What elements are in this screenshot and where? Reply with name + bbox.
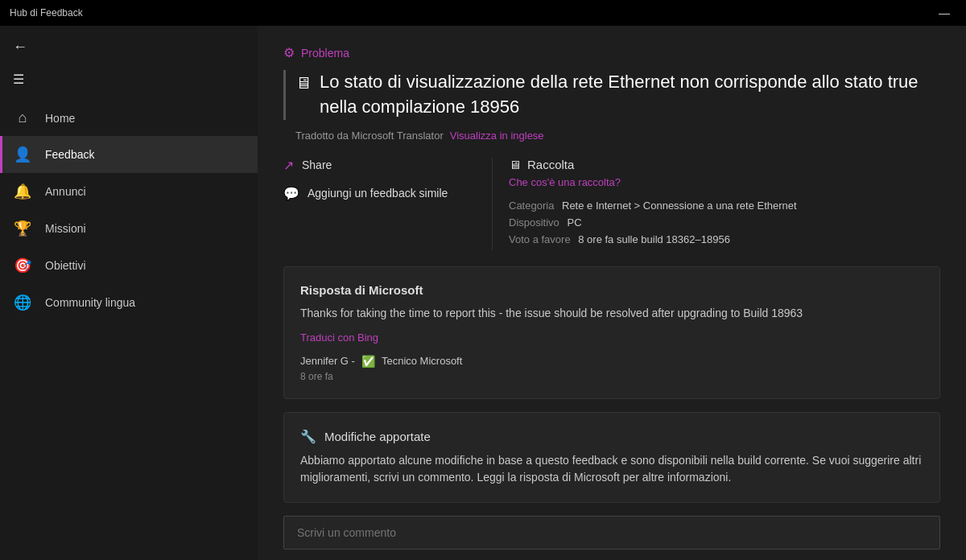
add-feedback-label: Aggiungi un feedback simile (308, 187, 448, 200)
info-row-device: Dispositivo PC (509, 216, 940, 229)
title-bar-controls: — (932, 6, 956, 19)
hamburger-button[interactable]: ☰ (0, 65, 258, 100)
share-button[interactable]: ↗ Share (283, 158, 332, 173)
sidebar-label-annunci: Annunci (45, 185, 86, 198)
changes-title: Modifiche apportate (324, 430, 431, 443)
changes-card: 🔧 Modifiche apportate Abbiamo apportato … (283, 412, 940, 503)
problem-label: ⚙ Problema (283, 45, 940, 60)
raccolta-header: 🖥 Raccolta (509, 158, 940, 171)
translated-by: Tradotto da Microsoft Translator (295, 130, 444, 142)
sidebar-label-obiettivi: Obiettivi (45, 259, 86, 272)
back-icon: ← (13, 39, 27, 55)
category-label: Categoria (509, 200, 554, 212)
device-label: Dispositivo (509, 216, 559, 229)
info-row-category: Categoria Rete e Internet > Connessione … (509, 200, 940, 212)
title-icon: 🖥 (295, 72, 312, 94)
comment-input[interactable] (283, 516, 940, 550)
two-col-layout: ↗ Share 💬 Aggiungi un feedback simile 🖥 … (283, 158, 940, 250)
vote-value: 8 ore fa sulle build 18362–18956 (578, 233, 730, 245)
problem-icon: ⚙ (283, 45, 295, 60)
title-bar: Hub di Feedback — (0, 0, 966, 26)
bing-translate-link[interactable]: Traduci con Bing (300, 331, 923, 344)
page-title: Lo stato di visualizzazione della rete E… (320, 70, 940, 120)
sidebar-label-missioni: Missioni (45, 222, 86, 235)
translated-bar: Tradotto da Microsoft Translator Visuali… (295, 130, 940, 142)
obiettivi-icon: 🎯 (13, 257, 32, 274)
sidebar-item-home[interactable]: ⌂ Home (0, 100, 258, 136)
sidebar: ← ☰ ⌂ Home 👤 Feedback 🔔 Annunci 🏆 Missio… (0, 26, 258, 560)
feedback-icon: 👤 (13, 146, 32, 163)
sidebar-label-feedback: Feedback (45, 148, 94, 161)
missioni-icon: 🏆 (13, 220, 32, 237)
changes-header: 🔧 Modifiche apportate (300, 429, 923, 444)
raccolta-what-is-link[interactable]: Che cos'è una raccolta? (509, 176, 940, 188)
actions-column: ↗ Share 💬 Aggiungi un feedback simile (283, 158, 493, 250)
changes-text: Abbiamo apportato alcune modifiche in ba… (300, 452, 923, 486)
changes-icon: 🔧 (300, 429, 316, 444)
author-row: Jennifer G - ✅ Tecnico Microsoft (300, 355, 923, 368)
sidebar-label-home: Home (45, 112, 75, 125)
sidebar-item-annunci[interactable]: 🔔 Annunci (0, 173, 258, 210)
no-comments-text: Nessuno ha ancora inserito commenti. (283, 558, 940, 560)
device-value: PC (567, 216, 581, 229)
add-feedback-button[interactable]: 💬 Aggiungi un feedback simile (283, 186, 448, 201)
main-title-block: 🖥 Lo stato di visualizzazione della rete… (283, 70, 940, 120)
author-time: 8 ore fa (300, 371, 923, 382)
vote-label: Voto a favore (509, 233, 571, 245)
app-title: Hub di Feedback (10, 7, 83, 19)
sidebar-label-community: Community lingua (45, 296, 135, 309)
add-feedback-icon: 💬 (283, 186, 299, 201)
author-name: Jennifer G - (300, 355, 355, 367)
hamburger-icon: ☰ (13, 72, 24, 86)
main-content: ⚙ Problema 🖥 Lo stato di visualizzazione… (258, 26, 966, 560)
info-column: 🖥 Raccolta Che cos'è una raccolta? Categ… (493, 158, 940, 250)
minimize-button[interactable]: — (932, 6, 956, 19)
share-icon: ↗ (283, 158, 294, 173)
sidebar-item-feedback[interactable]: 👤 Feedback (0, 136, 258, 173)
raccolta-icon: 🖥 (509, 158, 521, 171)
app-body: ← ☰ ⌂ Home 👤 Feedback 🔔 Annunci 🏆 Missio… (0, 26, 966, 560)
back-button[interactable]: ← (0, 32, 258, 65)
community-icon: 🌐 (13, 294, 32, 311)
problem-text: Problema (301, 47, 349, 60)
view-english-link[interactable]: Visualizza in inglese (450, 130, 544, 142)
response-text: Thanks for taking the time to report thi… (300, 305, 923, 322)
category-value: Rete e Internet > Connessione a una rete… (562, 200, 797, 212)
raccolta-label: Raccolta (527, 158, 574, 171)
sidebar-item-community[interactable]: 🌐 Community lingua (0, 284, 258, 321)
info-row-vote: Voto a favore 8 ore fa sulle build 18362… (509, 233, 940, 245)
annunci-icon: 🔔 (13, 183, 32, 200)
microsoft-response-card: Risposta di Microsoft Thanks for taking … (283, 266, 940, 399)
response-title: Risposta di Microsoft (300, 283, 923, 297)
author-title: Tecnico Microsoft (382, 355, 462, 367)
comment-section: Nessuno ha ancora inserito commenti. (283, 516, 940, 560)
sidebar-item-missioni[interactable]: 🏆 Missioni (0, 210, 258, 247)
share-label: Share (302, 159, 332, 171)
sidebar-item-obiettivi[interactable]: 🎯 Obiettivi (0, 247, 258, 284)
home-icon: ⌂ (13, 109, 32, 126)
verified-icon: ✅ (361, 355, 375, 368)
